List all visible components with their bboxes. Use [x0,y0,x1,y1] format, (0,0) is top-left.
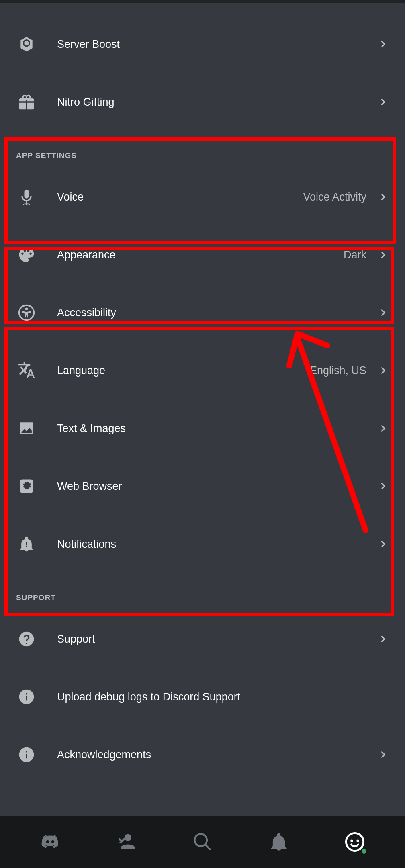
chevron-right-icon [378,634,389,644]
status-bar-spacer [0,0,405,3]
row-language[interactable]: Language English, US [0,342,405,399]
row-upload-debug[interactable]: Upload debug logs to Discord Support [0,668,405,726]
row-label: Acknowledgements [57,749,151,761]
row-acknowledgements[interactable]: Acknowledgements [0,726,405,784]
gear-icon [18,477,40,495]
chevron-right-icon [378,749,389,760]
nav-discord-icon[interactable] [38,830,62,854]
chevron-right-icon [378,539,389,549]
chevron-right-icon [378,307,389,318]
bell-alert-icon [18,535,40,553]
chevron-right-icon [378,192,389,202]
chevron-right-icon [378,250,389,260]
svg-point-2 [29,204,30,205]
row-web-browser[interactable]: Web Browser [0,457,405,515]
row-appearance[interactable]: Appearance Dark [0,226,405,284]
nav-search-icon[interactable] [190,830,215,854]
svg-point-7 [19,632,34,647]
row-nitro-gifting[interactable]: Nitro Gifting [0,73,405,131]
row-label: Nitro Gifting [57,96,115,108]
accessibility-icon [18,304,40,321]
row-label: Language [57,364,105,377]
row-label: Appearance [57,249,116,261]
chevron-right-icon [378,39,389,49]
info-icon [18,746,40,764]
row-notifications[interactable]: Notifications [0,515,405,573]
svg-point-4 [25,308,28,311]
svg-point-11 [346,833,364,850]
chevron-right-icon [378,423,389,434]
row-accessibility[interactable]: Accessibility [0,284,405,342]
status-online-dot [360,848,368,855]
row-voice[interactable]: Voice Voice Activity [0,168,405,226]
nav-mentions-icon[interactable] [267,830,291,854]
row-server-boost[interactable]: Server Boost [0,15,405,73]
row-label: Server Boost [57,38,120,51]
row-label: Accessibility [57,307,116,319]
svg-point-12 [350,840,353,843]
row-label: Text & Images [57,422,126,435]
settings-scroll[interactable]: Server Boost Nitro Gifting APP SETTINGS … [0,3,405,784]
bottom-nav [0,816,405,868]
chevron-right-icon [378,365,389,376]
row-label: Upload debug logs to Discord Support [57,691,240,703]
row-label: Notifications [57,538,116,551]
row-support[interactable]: Support [0,610,405,668]
section-header-app-settings: APP SETTINGS [0,131,405,168]
svg-point-0 [23,204,24,205]
row-label: Voice [57,191,84,203]
svg-point-1 [26,204,27,205]
chevron-right-icon [378,97,389,107]
row-text-images[interactable]: Text & Images [0,399,405,457]
chevron-right-icon [378,481,389,491]
row-value: English, US [310,364,366,377]
nav-friends-icon[interactable] [114,830,138,854]
nav-profile-icon[interactable] [343,830,367,854]
question-icon [18,630,40,648]
row-label: Web Browser [57,480,122,493]
row-value: Dark [344,249,366,261]
info-icon [18,688,40,706]
row-value: Voice Activity [303,191,366,203]
language-icon [18,362,40,379]
server-boost-icon [18,35,40,53]
gift-icon [18,93,40,111]
row-label: Support [57,633,95,645]
image-icon [18,420,40,437]
palette-icon [18,246,40,264]
svg-point-13 [357,840,360,843]
section-header-support: SUPPORT [0,573,405,610]
microphone-icon [18,188,40,206]
